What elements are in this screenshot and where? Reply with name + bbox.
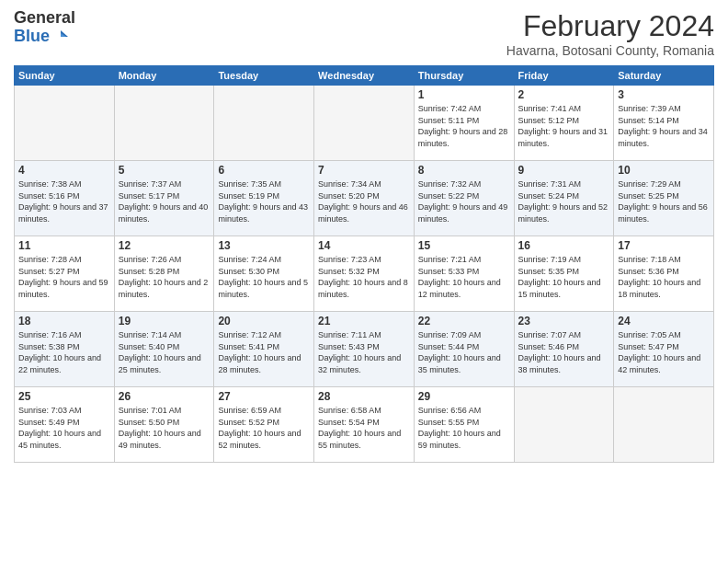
calendar-cell: 6Sunrise: 7:35 AM Sunset: 5:19 PM Daylig… [214, 161, 314, 236]
day-info: Sunrise: 7:14 AM Sunset: 5:40 PM Dayligh… [119, 329, 210, 375]
title-section: February 2024 Havarna, Botosani County, … [506, 9, 714, 58]
calendar-cell: 23Sunrise: 7:07 AM Sunset: 5:46 PM Dayli… [514, 312, 614, 387]
calendar-cell: 11Sunrise: 7:28 AM Sunset: 5:27 PM Dayli… [15, 236, 115, 312]
calendar-cell: 29Sunrise: 6:56 AM Sunset: 5:55 PM Dayli… [414, 387, 514, 463]
calendar-cell: 17Sunrise: 7:18 AM Sunset: 5:36 PM Dayli… [614, 236, 714, 312]
day-info: Sunrise: 7:32 AM Sunset: 5:22 PM Dayligh… [418, 178, 510, 224]
calendar-cell: 22Sunrise: 7:09 AM Sunset: 5:44 PM Dayli… [414, 312, 514, 387]
logo-bird-icon [51, 29, 68, 45]
day-info: Sunrise: 7:19 AM Sunset: 5:35 PM Dayligh… [518, 254, 610, 300]
calendar-cell: 19Sunrise: 7:14 AM Sunset: 5:40 PM Dayli… [114, 312, 214, 387]
day-number: 1 [418, 88, 510, 101]
calendar-cell [15, 86, 115, 161]
day-info: Sunrise: 7:16 AM Sunset: 5:38 PM Dayligh… [18, 329, 110, 375]
day-number: 25 [18, 390, 110, 403]
calendar-cell: 12Sunrise: 7:26 AM Sunset: 5:28 PM Dayli… [114, 236, 214, 312]
day-info: Sunrise: 7:35 AM Sunset: 5:19 PM Dayligh… [218, 178, 310, 224]
day-info: Sunrise: 7:28 AM Sunset: 5:27 PM Dayligh… [18, 254, 110, 300]
day-info: Sunrise: 7:11 AM Sunset: 5:43 PM Dayligh… [318, 329, 410, 375]
day-number: 20 [218, 315, 310, 327]
calendar-cell: 16Sunrise: 7:19 AM Sunset: 5:35 PM Dayli… [514, 236, 614, 312]
day-number: 21 [318, 315, 410, 327]
month-year: February 2024 [506, 9, 714, 43]
day-number: 5 [119, 164, 210, 177]
calendar-cell: 14Sunrise: 7:23 AM Sunset: 5:32 PM Dayli… [314, 236, 415, 312]
calendar-table: Sunday Monday Tuesday Wednesday Thursday… [14, 65, 714, 463]
col-saturday: Saturday [614, 66, 714, 86]
logo: General Blue [14, 9, 75, 46]
week-row: 4Sunrise: 7:38 AM Sunset: 5:16 PM Daylig… [15, 161, 714, 236]
calendar-cell: 2Sunrise: 7:41 AM Sunset: 5:12 PM Daylig… [514, 86, 614, 161]
day-number: 13 [218, 239, 310, 252]
col-monday: Monday [114, 66, 214, 86]
day-info: Sunrise: 7:34 AM Sunset: 5:20 PM Dayligh… [318, 178, 410, 224]
calendar-cell: 1Sunrise: 7:42 AM Sunset: 5:11 PM Daylig… [414, 86, 514, 161]
calendar-cell: 20Sunrise: 7:12 AM Sunset: 5:41 PM Dayli… [214, 312, 314, 387]
day-number: 16 [518, 239, 610, 252]
day-number: 17 [618, 239, 710, 252]
week-row: 18Sunrise: 7:16 AM Sunset: 5:38 PM Dayli… [15, 312, 714, 387]
calendar-cell: 5Sunrise: 7:37 AM Sunset: 5:17 PM Daylig… [114, 161, 214, 236]
day-info: Sunrise: 7:39 AM Sunset: 5:14 PM Dayligh… [618, 103, 710, 149]
day-info: Sunrise: 7:37 AM Sunset: 5:17 PM Dayligh… [119, 178, 210, 224]
header: General Blue February 2024 Havarna, Boto… [14, 9, 714, 58]
day-info: Sunrise: 7:18 AM Sunset: 5:36 PM Dayligh… [618, 254, 710, 300]
day-info: Sunrise: 7:07 AM Sunset: 5:46 PM Dayligh… [518, 329, 610, 375]
calendar-cell: 7Sunrise: 7:34 AM Sunset: 5:20 PM Daylig… [314, 161, 415, 236]
day-info: Sunrise: 7:24 AM Sunset: 5:30 PM Dayligh… [218, 254, 310, 300]
week-row: 1Sunrise: 7:42 AM Sunset: 5:11 PM Daylig… [15, 86, 714, 161]
logo-text: General Blue [14, 9, 75, 46]
day-info: Sunrise: 7:29 AM Sunset: 5:25 PM Dayligh… [618, 178, 710, 224]
calendar-cell: 28Sunrise: 6:58 AM Sunset: 5:54 PM Dayli… [314, 387, 415, 463]
day-info: Sunrise: 7:12 AM Sunset: 5:41 PM Dayligh… [218, 329, 310, 375]
day-info: Sunrise: 7:21 AM Sunset: 5:33 PM Dayligh… [418, 254, 510, 300]
calendar-cell: 10Sunrise: 7:29 AM Sunset: 5:25 PM Dayli… [614, 161, 714, 236]
calendar-cell: 25Sunrise: 7:03 AM Sunset: 5:49 PM Dayli… [15, 387, 115, 463]
calendar-cell [114, 86, 214, 161]
calendar-cell: 4Sunrise: 7:38 AM Sunset: 5:16 PM Daylig… [15, 161, 115, 236]
day-info: Sunrise: 7:05 AM Sunset: 5:47 PM Dayligh… [618, 329, 710, 375]
day-number: 2 [518, 88, 610, 101]
week-row: 25Sunrise: 7:03 AM Sunset: 5:49 PM Dayli… [15, 387, 714, 463]
col-friday: Friday [514, 66, 614, 86]
calendar-page: General Blue February 2024 Havarna, Boto… [0, 0, 728, 563]
calendar-cell [514, 387, 614, 463]
day-info: Sunrise: 7:03 AM Sunset: 5:49 PM Dayligh… [18, 405, 110, 451]
location: Havarna, Botosani County, Romania [506, 43, 714, 58]
day-number: 7 [318, 164, 410, 177]
day-info: Sunrise: 7:31 AM Sunset: 5:24 PM Dayligh… [518, 178, 610, 224]
day-number: 23 [518, 315, 610, 327]
calendar-cell: 18Sunrise: 7:16 AM Sunset: 5:38 PM Dayli… [15, 312, 115, 387]
calendar-cell: 8Sunrise: 7:32 AM Sunset: 5:22 PM Daylig… [414, 161, 514, 236]
col-tuesday: Tuesday [214, 66, 314, 86]
day-info: Sunrise: 7:42 AM Sunset: 5:11 PM Dayligh… [418, 103, 510, 149]
day-number: 27 [218, 390, 310, 403]
calendar-cell: 13Sunrise: 7:24 AM Sunset: 5:30 PM Dayli… [214, 236, 314, 312]
day-info: Sunrise: 7:41 AM Sunset: 5:12 PM Dayligh… [518, 103, 610, 149]
calendar-cell: 9Sunrise: 7:31 AM Sunset: 5:24 PM Daylig… [514, 161, 614, 236]
day-number: 22 [418, 315, 510, 327]
week-row: 11Sunrise: 7:28 AM Sunset: 5:27 PM Dayli… [15, 236, 714, 312]
day-number: 18 [18, 315, 110, 327]
day-info: Sunrise: 7:01 AM Sunset: 5:50 PM Dayligh… [119, 405, 210, 451]
calendar-cell: 21Sunrise: 7:11 AM Sunset: 5:43 PM Dayli… [314, 312, 415, 387]
day-number: 6 [218, 164, 310, 177]
calendar-cell: 24Sunrise: 7:05 AM Sunset: 5:47 PM Dayli… [614, 312, 714, 387]
day-number: 12 [119, 239, 210, 252]
day-info: Sunrise: 7:38 AM Sunset: 5:16 PM Dayligh… [18, 178, 110, 224]
calendar-cell [614, 387, 714, 463]
day-number: 9 [518, 164, 610, 177]
day-number: 24 [618, 315, 710, 327]
calendar-cell: 15Sunrise: 7:21 AM Sunset: 5:33 PM Dayli… [414, 236, 514, 312]
day-info: Sunrise: 7:23 AM Sunset: 5:32 PM Dayligh… [318, 254, 410, 300]
day-info: Sunrise: 6:59 AM Sunset: 5:52 PM Dayligh… [218, 405, 310, 451]
calendar-cell [314, 86, 415, 161]
col-wednesday: Wednesday [314, 66, 415, 86]
day-number: 8 [418, 164, 510, 177]
calendar-cell: 3Sunrise: 7:39 AM Sunset: 5:14 PM Daylig… [614, 86, 714, 161]
day-number: 4 [18, 164, 110, 177]
calendar-cell [214, 86, 314, 161]
day-number: 11 [18, 239, 110, 252]
day-info: Sunrise: 6:56 AM Sunset: 5:55 PM Dayligh… [418, 405, 510, 451]
day-number: 29 [418, 390, 510, 403]
